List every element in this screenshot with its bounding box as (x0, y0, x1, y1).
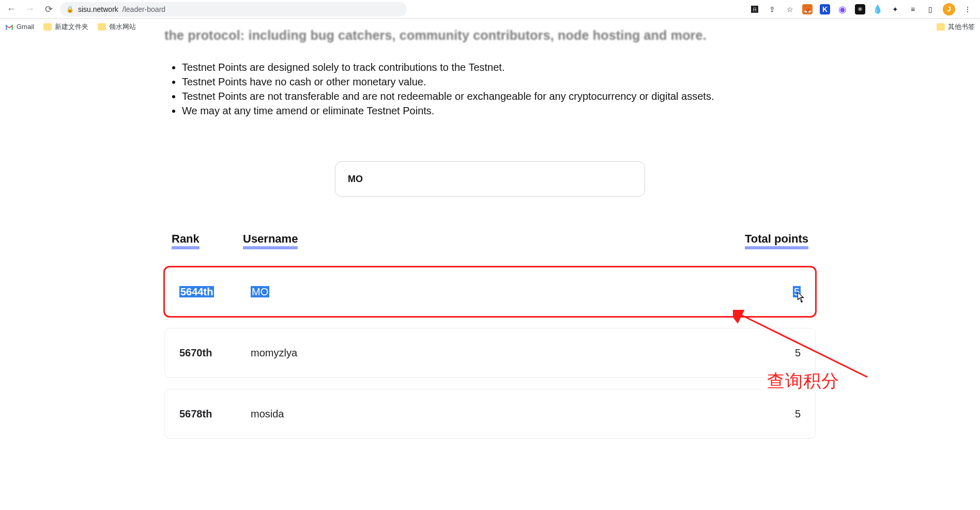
cell-username: mosida (251, 408, 770, 420)
cell-points: 5 (770, 347, 801, 359)
bullet-item: Testnet Points have no cash or other mon… (182, 75, 816, 89)
black-square-icon[interactable]: ✳︎ (855, 4, 865, 14)
cell-rank: 5670th (179, 347, 251, 359)
col-header-points: Total points (745, 233, 808, 249)
cell-rank: 5678th (179, 408, 251, 420)
extension-icons: 🅰︎ ⇪ ☆ 🦊 K ◉ ✳︎ 💧 ✦ ≡ ▯ J ⋮ (749, 3, 976, 16)
folder-icon (98, 23, 106, 31)
bookmark-other-folder[interactable]: 其他书签 (937, 22, 975, 32)
purple-circle-icon[interactable]: ◉ (837, 4, 848, 14)
search-value: MO (348, 174, 363, 185)
col-header-username: Username (243, 233, 298, 249)
bullet-item: We may at any time amend or eliminate Te… (182, 104, 816, 118)
url-path: /leader-board (122, 5, 165, 13)
metamask-icon[interactable]: 🦊 (802, 4, 813, 14)
folder-icon (43, 23, 52, 31)
bullet-item: Testnet Points are not transferable and … (182, 89, 816, 103)
reading-list-icon[interactable]: ≡ (908, 4, 918, 14)
bookmark-label: Gmail (17, 23, 34, 31)
kebab-menu-icon[interactable]: ⋮ (962, 4, 973, 14)
sidepanel-icon[interactable]: ▯ (925, 4, 936, 14)
reload-button[interactable]: ⟳ (41, 2, 56, 17)
k-extension-icon[interactable]: K (820, 4, 830, 14)
bookmark-star-icon[interactable]: ☆ (785, 4, 795, 14)
cell-username: momyzlya (251, 347, 770, 359)
share-icon[interactable]: ⇪ (767, 4, 777, 14)
bookmark-gmail[interactable]: Gmail (5, 23, 34, 31)
bullet-item: Testnet Points are designed solely to tr… (182, 61, 816, 74)
bookmark-label: 新建文件夹 (55, 22, 88, 32)
col-header-rank: Rank (172, 233, 200, 249)
back-button[interactable]: ← (4, 2, 19, 17)
droplet-icon[interactable]: 💧 (872, 4, 883, 14)
intro-bullets: Testnet Points are designed solely to tr… (182, 61, 816, 118)
folder-icon (937, 23, 945, 31)
leaderboard-header: Rank Username Total points (164, 233, 816, 252)
leaderboard-row[interactable]: 5678th mosida 5 (164, 389, 816, 439)
translate-icon[interactable]: 🅰︎ (749, 4, 760, 14)
intro-cut-line: the protocol: including bug catchers, co… (164, 28, 816, 43)
search-input[interactable]: MO (335, 161, 645, 197)
page-content: the protocol: including bug catchers, co… (0, 28, 980, 459)
profile-avatar[interactable]: J (943, 3, 955, 16)
leaderboard-rows: 5644th MO 5 5670th momyzlya 5 5678th mos… (164, 267, 816, 439)
annotation-label: 查询积分 (767, 369, 839, 393)
bookmark-label: 其他书签 (948, 22, 975, 32)
address-bar[interactable]: 🔒 sisu.network/leader-board (60, 2, 407, 17)
forward-button[interactable]: → (23, 2, 37, 17)
bookmark-folder-2[interactable]: 领水网站 (98, 22, 136, 32)
leaderboard-row[interactable]: 5644th MO 5 (164, 267, 816, 317)
url-host: sisu.network (78, 5, 118, 13)
browser-toolbar: ← → ⟳ 🔒 sisu.network/leader-board 🅰︎ ⇪ ☆… (0, 0, 980, 19)
bookmark-label: 领水网站 (109, 22, 136, 32)
bookmark-folder-1[interactable]: 新建文件夹 (43, 22, 88, 32)
cell-rank: 5644th (179, 286, 214, 297)
cell-username: MO (251, 286, 269, 297)
gmail-icon (5, 23, 13, 31)
leaderboard-row[interactable]: 5670th momyzlya 5 (164, 328, 816, 378)
cell-points: 5 (770, 408, 801, 420)
extensions-puzzle-icon[interactable]: ✦ (890, 4, 900, 14)
lock-icon: 🔒 (66, 6, 74, 13)
